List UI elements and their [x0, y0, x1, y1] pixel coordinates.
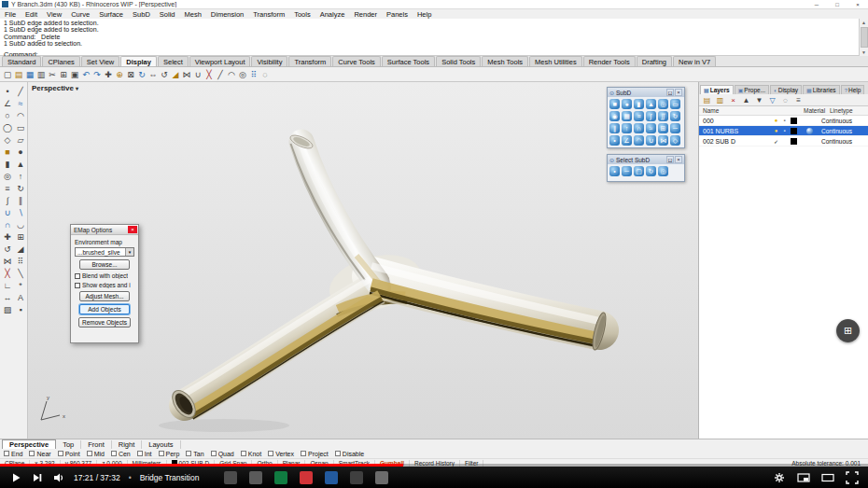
scale-icon[interactable]: ◢	[170, 68, 181, 81]
menu-item[interactable]: Surface	[94, 10, 128, 19]
layer-lock-icon[interactable]: ▪	[780, 128, 789, 133]
boolean-difference-icon[interactable]: ∖	[14, 206, 27, 218]
viewport-tab[interactable]: Perspective	[2, 439, 56, 449]
polygon-tool-icon[interactable]: ◇	[1, 133, 14, 146]
osnap-toggle[interactable]: Knot	[241, 451, 261, 457]
layer-tools-icon[interactable]: ≡	[792, 94, 805, 105]
subd-box-icon[interactable]: ■	[609, 98, 621, 110]
layer-visibility-icon[interactable]: ✓	[772, 138, 780, 145]
dialog-button[interactable]: Adjust Mesh...	[79, 291, 130, 301]
osnap-checkbox[interactable]	[111, 451, 117, 456]
subd-extrude-icon[interactable]: ↑	[621, 122, 633, 134]
osnap-toggle[interactable]: Disable	[335, 451, 364, 457]
osnap-checkbox[interactable]	[29, 451, 35, 456]
menu-item[interactable]: Mesh	[179, 10, 205, 19]
osnap-checkbox[interactable]	[335, 451, 341, 456]
layer-material-cell[interactable]	[797, 128, 821, 134]
toolbar-tab[interactable]: CPlanes	[42, 56, 79, 66]
boolean-intersection-icon[interactable]: ∩	[1, 218, 14, 230]
subd-plane-icon[interactable]: ▭	[669, 98, 681, 110]
save-file-icon[interactable]: ▦	[24, 68, 35, 81]
checkbox[interactable]	[75, 273, 80, 279]
browse-button[interactable]: Browse...	[79, 259, 130, 270]
toolbar-tab[interactable]: Mesh Tools	[482, 56, 528, 66]
explode-tool-icon[interactable]: *	[14, 279, 27, 291]
taskbar-app-icon[interactable]	[375, 471, 388, 484]
viewport-tab[interactable]: Top	[56, 440, 81, 449]
redo-icon[interactable]: ↷	[91, 68, 103, 81]
select-subd-loop-icon[interactable]: ↻	[645, 165, 657, 177]
material-ball-icon[interactable]	[806, 128, 813, 134]
new-layer-icon[interactable]: ▤	[701, 94, 713, 105]
layer-visibility-icon[interactable]: ●	[772, 128, 780, 133]
pipe-tool-icon[interactable]: ∥	[14, 194, 27, 206]
sweep-tool-icon[interactable]: ∫	[1, 194, 14, 206]
panel-tab[interactable]: ▦ Libraries	[803, 85, 840, 94]
delete-layer-icon[interactable]: ×	[727, 94, 739, 105]
command-area[interactable]: 1 SubD edge added to selection.1 SubD ed…	[0, 19, 868, 56]
subd-insert-edge-icon[interactable]: ─	[669, 122, 681, 134]
taskbar-app-icon[interactable]	[274, 471, 287, 484]
mirror-tool-icon[interactable]: ⋈	[1, 255, 14, 267]
maximize-button[interactable]: □	[827, 0, 847, 9]
osnap-checkbox[interactable]	[58, 451, 63, 456]
layer-linetype[interactable]: Continuous	[821, 118, 868, 124]
circle-tool-icon[interactable]: ○	[1, 109, 14, 121]
layer-name[interactable]: 002 SUB D	[699, 138, 772, 145]
copy-icon[interactable]: ⊞	[58, 68, 69, 81]
osnap-toggle[interactable]: End	[4, 451, 22, 457]
copy-tool-icon[interactable]: ⊞	[14, 230, 27, 243]
layer-row[interactable]: 000 ● ▪ Continuous	[699, 116, 868, 126]
osnap-toggle[interactable]: Mid	[87, 451, 105, 457]
next-button[interactable]	[31, 471, 44, 484]
scrollbar-thumb[interactable]	[861, 27, 868, 48]
subd-cylinder-icon[interactable]: ▮	[633, 98, 645, 110]
subd-insert-point-icon[interactable]: •	[609, 134, 621, 146]
subd-crease-icon[interactable]: ∠	[621, 134, 633, 146]
fillet-surface-icon[interactable]: ◡	[14, 218, 27, 230]
checkbox[interactable]	[75, 283, 80, 288]
dialog-titlebar[interactable]: EMap Options ×	[71, 225, 138, 235]
open-file-icon[interactable]: ▤	[13, 68, 24, 81]
menu-item[interactable]: File	[0, 10, 21, 19]
move-up-icon[interactable]: ▲	[740, 94, 752, 105]
select-subd-edges-icon[interactable]: ─	[621, 165, 633, 177]
cone-tool-icon[interactable]: ▲	[14, 158, 27, 170]
subd-append-icon[interactable]: ⊞	[657, 122, 669, 134]
dialog-button[interactable]: Remove Objects	[78, 317, 131, 328]
curve-tool-icon[interactable]: ≈	[14, 97, 27, 109]
toolbar-tab[interactable]: Select	[158, 56, 189, 66]
layer-color-swatch[interactable]	[791, 138, 797, 145]
toolbar-tab[interactable]: Display	[120, 56, 157, 66]
zoom-extents-icon[interactable]: ⊠	[125, 68, 136, 81]
toolbar-tab[interactable]: Visibility	[251, 56, 287, 66]
menu-item[interactable]: SubD	[128, 10, 155, 19]
layer-row[interactable]: 002 SUB D ✓ Continuous	[699, 136, 868, 146]
scroll-down-icon[interactable]: ▼	[861, 49, 866, 56]
hide-icon[interactable]: ◌	[259, 68, 271, 81]
new-sublayer-icon[interactable]: ▥	[714, 94, 726, 105]
rotate-tool-icon[interactable]: ↺	[1, 243, 14, 255]
osnap-checkbox[interactable]	[301, 451, 306, 456]
taskbar-app-icon[interactable]	[224, 471, 237, 484]
volume-icon[interactable]	[52, 471, 65, 484]
subd-bridge-icon[interactable]: ∩	[633, 122, 645, 134]
subd-sweep2-icon[interactable]: ∬	[657, 110, 669, 122]
toolbar-tab[interactable]: Mesh Utilities	[529, 56, 582, 66]
cylinder-tool-icon[interactable]: ▮	[1, 158, 14, 170]
polyline-tool-icon[interactable]: ∠	[1, 97, 14, 109]
mirror-icon[interactable]: ⋈	[181, 68, 192, 81]
viewport-tab[interactable]: Layouts	[142, 440, 180, 449]
toolbar-tab[interactable]: Viewport Layout	[189, 56, 251, 66]
minimize-button[interactable]: ─	[806, 0, 827, 9]
rectangle-tool-icon[interactable]: ▭	[14, 121, 27, 133]
panel-close-icon[interactable]: ×	[675, 89, 682, 96]
toolbar-tab[interactable]: Transform	[288, 56, 331, 66]
split-icon[interactable]: ╱	[215, 68, 226, 81]
panel-tab[interactable]: ▣ Prope...	[735, 85, 769, 94]
toolbar-tab[interactable]: Set View	[81, 56, 119, 66]
lock-tool-icon[interactable]: ▪	[14, 303, 27, 315]
menu-item[interactable]: Help	[413, 10, 436, 19]
subd-cone-icon[interactable]: ▲	[645, 98, 657, 110]
sphere-tool-icon[interactable]: ●	[14, 146, 27, 158]
